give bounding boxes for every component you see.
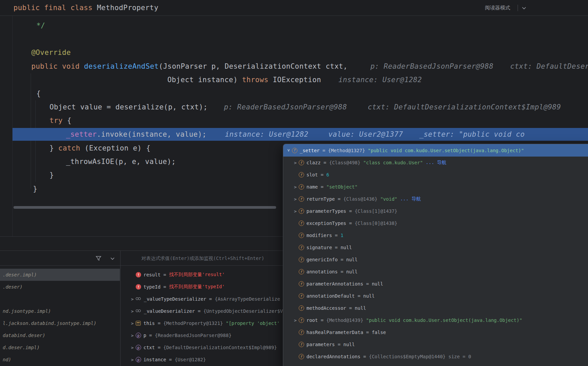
field-row[interactable]: >froot = {Method@1439} "public void com.… (283, 314, 588, 326)
chevron-down-icon[interactable] (110, 257, 115, 260)
equals-sign: = (161, 272, 169, 277)
variable-value: null (340, 245, 352, 250)
equals-sign: = (321, 160, 329, 165)
expand-chevron-icon[interactable]: > (292, 160, 299, 165)
stack-frame-row[interactable]: databind.deser) (0, 329, 120, 341)
expand-chevron-icon[interactable]: > (129, 309, 136, 314)
field-row[interactable]: >fparameterTypes = {Class[1]@1437} (283, 205, 588, 217)
variable-name: declaredAnnotations (306, 354, 360, 359)
field-row[interactable]: fannotationDefault = null (283, 290, 588, 302)
expand-chevron-icon[interactable]: > (292, 318, 299, 323)
equals-sign: = (146, 333, 155, 338)
field-row[interactable]: fsignature = null (283, 241, 588, 254)
breadcrumb-class: MethodProperty (97, 4, 159, 12)
field-row[interactable]: fslot = 6 (283, 169, 588, 181)
frames-panel: .deser.impl) .deser) nd.jsontype.impl) l… (0, 269, 120, 366)
navigate-link[interactable]: ... 导航 (400, 196, 421, 202)
code-token: .invoke(instance, value); (97, 130, 206, 138)
equals-sign: = (346, 208, 355, 214)
popup-root-row[interactable]: > f _setter = {Method@1327} "public void… (283, 144, 588, 157)
field-row[interactable]: fdeclaredAnnotations = {Collections$Empt… (283, 351, 588, 363)
code-line[interactable]: } (50, 168, 54, 182)
code-line[interactable]: */ (36, 19, 45, 32)
variable-name: slot (306, 172, 318, 177)
field-icon: f (299, 208, 304, 214)
stack-frame-row[interactable]: l.jackson.databind.jsontype.impl) (0, 317, 120, 329)
field-row[interactable]: fparameters = null (283, 338, 588, 351)
field-row[interactable]: fmethodAccessor = null (283, 302, 588, 314)
variable-name: signature (306, 245, 332, 250)
chevron-down-icon[interactable] (522, 7, 526, 9)
inline-debug-hint[interactable]: instance: User@1282 (338, 73, 422, 87)
field-row[interactable]: fparameterAnnotations = null (283, 278, 588, 290)
expand-chevron-icon[interactable]: > (292, 209, 299, 214)
breadcrumb[interactable]: public final class MethodProperty (13, 0, 158, 15)
field-icon: f (299, 172, 304, 177)
expand-chevron-icon[interactable]: > (129, 333, 136, 338)
variable-ref: {Method@1439} (326, 318, 366, 323)
filter-icon[interactable] (96, 256, 101, 261)
reader-mode-button[interactable]: 阅读器模式 (485, 0, 510, 15)
code-line[interactable]: public void deserializeAndSet(JsonParser… (31, 60, 348, 73)
inline-debug-hint[interactable]: p: ReaderBasedJsonParser@988 (370, 60, 493, 73)
variable-string: "void" (380, 196, 400, 202)
field-row[interactable]: fhasRealParameterData = false (283, 326, 588, 338)
code-token: } (50, 171, 54, 179)
variable-string: "class com.kudo.User" (363, 160, 426, 165)
expand-chevron-icon[interactable]: > (129, 321, 136, 326)
field-row[interactable]: >freturnType = {Class@1436} "void" ... 导… (283, 193, 588, 205)
equals-sign: = (363, 330, 372, 335)
code-token: _throwAsIOE(p, e, value); (66, 158, 176, 166)
inline-debug-hint[interactable]: value: User2@1377 (328, 128, 403, 141)
horizontal-scrollbar[interactable] (13, 206, 276, 209)
stack-frame-row[interactable] (0, 293, 120, 305)
field-row[interactable]: fgenericInfo = null (283, 254, 588, 266)
variable-ref: {User@1282} (175, 357, 206, 362)
inline-debug-hint[interactable]: _setter: "public void co (419, 128, 525, 141)
collapse-chevron-icon[interactable]: > (286, 147, 291, 154)
expand-chevron-icon[interactable]: > (129, 297, 136, 302)
inline-debug-hint[interactable]: ctxt: DefaultDeserializationContext$Impl… (510, 60, 588, 73)
stack-frame-row[interactable]: nd) (0, 354, 120, 366)
stack-frame-row[interactable]: d.deser.impl) (0, 341, 120, 354)
stack-frame-row[interactable]: .deser.impl) (0, 269, 120, 281)
breadcrumb-bar: public final class MethodProperty 阅读器模式 (0, 0, 588, 16)
topbar-divider (518, 5, 518, 11)
inline-debug-hint[interactable]: ctxt: DefaultDeserializationContext$Impl… (368, 100, 561, 114)
field-icon: f (299, 342, 304, 347)
variable-name: exceptionTypes (306, 221, 346, 226)
field-icon: f (299, 196, 304, 202)
code-line[interactable]: } (33, 182, 37, 196)
code-line[interactable]: } catch (Exception e) { (50, 141, 151, 155)
evaluate-expression-input[interactable]: 对表达式求值(Enter)或添加监视(Ctrl+Shift+Enter) (141, 251, 264, 266)
stack-frame-row[interactable]: .deser) (0, 281, 120, 293)
variable-name: _valueTypeDeserializer (144, 296, 206, 302)
inline-debug-hint[interactable]: instance: User@1282 (225, 128, 308, 141)
code-line[interactable]: Object instance) throws IOException (167, 73, 321, 87)
field-row[interactable]: >fname = "setObject" (283, 181, 588, 193)
variable-ref: {Class[0]@1438} (355, 221, 397, 226)
expand-chevron-icon[interactable]: > (129, 357, 136, 362)
variable-name: this (143, 321, 155, 326)
stack-frame-row[interactable]: nd.jsontype.impl) (0, 305, 120, 317)
field-row[interactable]: fannotations = null (283, 266, 588, 278)
variable-name: ctxt (143, 345, 155, 350)
navigate-link[interactable]: ... 导航 (426, 160, 447, 166)
field-row[interactable]: fexceptionTypes = {Class[0]@1438} (283, 217, 588, 229)
equals-sign: = (206, 296, 215, 302)
code-line[interactable]: { (36, 87, 41, 100)
expand-chevron-icon[interactable]: > (292, 185, 299, 190)
expand-chevron-icon[interactable]: > (129, 345, 136, 350)
code-line-current[interactable]: _setter.invoke(instance, value); (66, 128, 206, 141)
field-row[interactable]: >fclazz = {Class@498} "class com.kudo.Us… (283, 157, 588, 169)
variable-name: clazz (306, 160, 321, 165)
code-line[interactable]: Object value = deserialize(p, ctxt); (50, 100, 208, 114)
inline-debug-hint[interactable]: p: ReaderBasedJsonParser@988 (224, 100, 347, 114)
code-line[interactable]: @Override (31, 46, 71, 59)
code-line[interactable]: try { (50, 114, 71, 127)
ide-window: public final class MethodProperty 阅读器模式 … (0, 0, 588, 366)
field-row[interactable]: fmodifiers = 1 (283, 229, 588, 241)
expand-chevron-icon[interactable]: > (292, 197, 299, 202)
variable-string: "public void com.kudo.User.setObject(jav… (368, 148, 524, 153)
code-line[interactable]: _throwAsIOE(p, e, value); (66, 155, 176, 168)
